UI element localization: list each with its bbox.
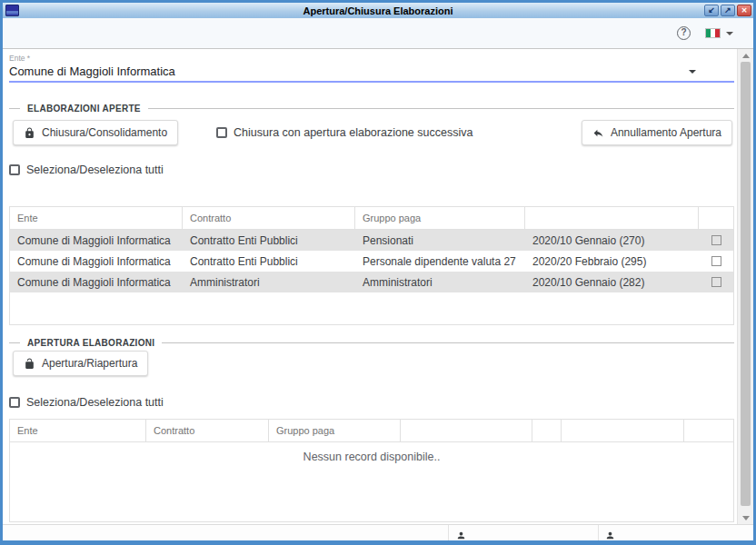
scroll-up-button[interactable] <box>738 49 753 62</box>
apertura-elaborations-table: Ente Contratto Gruppo paga Nessun record… <box>9 419 734 522</box>
titlebar[interactable]: Apertura/Chiusura Elaborazioni ↙ ↗ ✕ <box>3 3 753 18</box>
column-header-ente: Ente <box>10 420 146 441</box>
toolbar: ? <box>3 18 753 49</box>
close-window-button[interactable]: ✕ <box>737 5 751 16</box>
user-icon <box>605 528 615 538</box>
lock-closed-icon <box>24 127 35 139</box>
column-header-empty <box>684 420 733 441</box>
column-header-contratto: Contratto <box>183 207 355 229</box>
row-checkbox[interactable] <box>711 235 721 245</box>
cell-periodo: 2020/10 Gennaio (270) <box>525 234 699 247</box>
cell-gruppo-paga: Personale dipendente valuta 27 <box>355 255 525 268</box>
column-header-periodo <box>525 207 699 229</box>
cell-gruppo-paga: Amministratori <box>355 276 525 289</box>
lock-open-icon <box>24 358 35 370</box>
app-window: Apertura/Chiusura Elaborazioni ↙ ↗ ✕ ? E… <box>0 0 756 545</box>
column-header-ente: Ente <box>10 207 183 229</box>
table-row[interactable]: Comune di Maggioli Informatica Amministr… <box>10 272 733 292</box>
column-header-empty <box>532 420 562 441</box>
language-selector[interactable] <box>705 28 733 38</box>
row-checkbox[interactable] <box>711 256 721 266</box>
open-elaborations-table: Ente Contratto Gruppo paga Comune di Mag… <box>9 206 734 325</box>
cell-ente: Comune di Maggioli Informatica <box>10 234 183 247</box>
scroll-down-button[interactable] <box>738 511 753 524</box>
undo-arrow-icon <box>592 127 604 139</box>
empty-table-message: Nessun record disponibile.. <box>10 442 733 522</box>
cell-contratto: Contratto Enti Pubblici <box>183 255 355 268</box>
ente-field-value: Comune di Maggioli Informatica <box>9 64 734 78</box>
ente-field-label: Ente * <box>9 54 734 63</box>
button-label: Apertura/Riapertura <box>42 357 137 370</box>
statusbar-divider <box>448 525 449 540</box>
cell-contratto: Contratto Enti Pubblici <box>183 234 355 247</box>
dropdown-arrow-icon[interactable] <box>689 70 696 74</box>
cell-periodo: 2020/20 Febbraio (295) <box>525 255 699 268</box>
column-header-select <box>699 207 733 229</box>
row-checkbox[interactable] <box>711 277 721 287</box>
status-bar <box>3 524 753 540</box>
section-apertura-elaborazioni: APERTURA ELABORAZIONI <box>9 337 734 348</box>
vertical-scrollbar[interactable] <box>737 49 753 524</box>
table-header-row: Ente Contratto Gruppo paga <box>10 420 733 442</box>
select-all-open-row[interactable]: Seleziona/Deseleziona tutti <box>9 164 734 176</box>
cell-ente: Comune di Maggioli Informatica <box>10 255 183 268</box>
cell-contratto: Amministratori <box>183 276 355 289</box>
section-title: APERTURA ELABORAZIONI <box>27 338 154 348</box>
scrollbar-thumb[interactable] <box>741 62 751 506</box>
chevron-down-icon <box>726 32 733 35</box>
cell-gruppo-paga: Pensionati <box>355 234 525 247</box>
maximize-window-button[interactable]: ↗ <box>721 5 735 16</box>
checkbox-label: Seleziona/Deseleziona tutti <box>26 164 164 176</box>
annullamento-apertura-button[interactable]: Annullamento Apertura <box>582 120 732 145</box>
select-all-apertura-row[interactable]: Seleziona/Deseleziona tutti <box>9 396 734 409</box>
ente-select-field[interactable]: Ente * Comune di Maggioli Informatica <box>9 54 734 83</box>
triangle-up-icon <box>742 54 750 58</box>
checkbox-label: Seleziona/Deseleziona tutti <box>26 396 164 409</box>
column-header-gruppo-paga: Gruppo paga <box>355 207 525 229</box>
table-row[interactable]: Comune di Maggioli Informatica Contratto… <box>10 230 733 251</box>
restore-window-button[interactable]: ↙ <box>704 5 719 16</box>
column-header-contratto: Contratto <box>146 420 269 441</box>
checkbox-label: Chiusura con apertura elaborazione succe… <box>234 126 472 139</box>
section-elaborazioni-aperte: ELABORAZIONI APERTE <box>9 103 734 114</box>
cell-periodo: 2020/10 Gennaio (282) <box>525 276 699 289</box>
column-header-empty <box>401 420 532 441</box>
italian-flag-icon <box>705 28 721 38</box>
chiusura-successiva-checkbox-row[interactable]: Chiusura con apertura elaborazione succe… <box>216 126 472 139</box>
column-header-gruppo-paga: Gruppo paga <box>269 420 401 441</box>
table-row[interactable]: Comune di Maggioli Informatica Contratto… <box>10 251 733 272</box>
help-icon[interactable]: ? <box>677 26 691 40</box>
section-title: ELABORAZIONI APERTE <box>27 104 141 114</box>
user-icon <box>456 528 466 538</box>
main-content: Ente * Comune di Maggioli Informatica EL… <box>3 49 737 524</box>
button-label: Annullamento Apertura <box>611 126 721 139</box>
button-label: Chiusura/Consolidamento <box>42 126 167 139</box>
window-title: Apertura/Chiusura Elaborazioni <box>3 5 753 16</box>
chiusura-consolidamento-button[interactable]: Chiusura/Consolidamento <box>13 120 178 145</box>
chiusura-successiva-checkbox[interactable] <box>216 127 227 138</box>
column-header-empty <box>562 420 684 441</box>
triangle-down-icon <box>742 516 750 520</box>
select-all-apertura-checkbox[interactable] <box>9 397 20 408</box>
table-header-row: Ente Contratto Gruppo paga <box>10 207 733 230</box>
cell-ente: Comune di Maggioli Informatica <box>10 276 183 289</box>
select-all-open-checkbox[interactable] <box>9 164 20 175</box>
apertura-riapertura-button[interactable]: Apertura/Riapertura <box>13 351 148 376</box>
statusbar-divider <box>598 525 599 540</box>
